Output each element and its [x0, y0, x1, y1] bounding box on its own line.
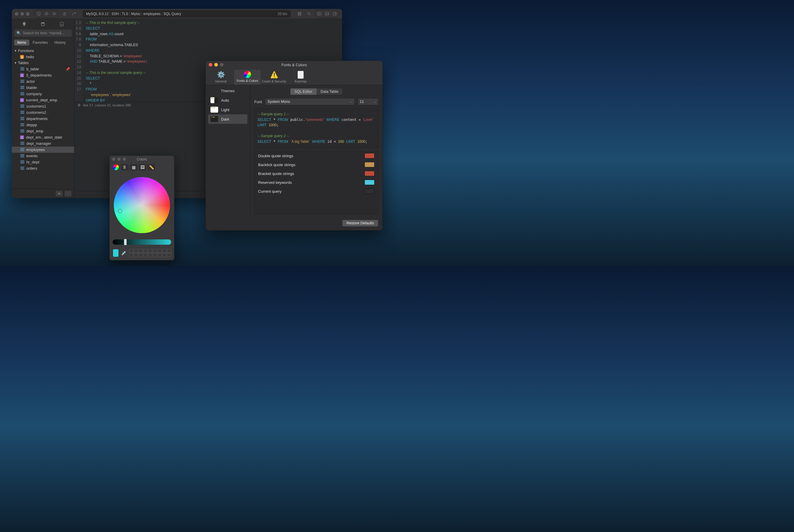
sidebar-item-table[interactable]: company	[12, 91, 74, 97]
zoom-dot[interactable]	[220, 63, 224, 66]
sidebar-item-table[interactable]: ◫3_departments	[12, 72, 74, 78]
color-swatch[interactable]	[364, 162, 375, 167]
lock-icon[interactable]	[61, 11, 68, 17]
pencils-mode-icon[interactable]: ✏️	[148, 164, 155, 171]
svg-point-2	[46, 13, 47, 15]
minimize-dot[interactable]	[214, 63, 218, 66]
gear-icon[interactable]: ⚙	[77, 103, 81, 107]
tables-header[interactable]: ▼Tables	[12, 60, 74, 66]
sql-file-icon[interactable]: SQL	[58, 21, 66, 27]
color-wheel-handle[interactable]	[118, 209, 122, 213]
sidebar-item-table[interactable]: deppp	[12, 122, 74, 128]
eyedropper-icon[interactable]: 💉	[121, 250, 127, 256]
tab-crash-security[interactable]: ⚠️Crash & Security	[261, 70, 287, 85]
color-setting-row[interactable]: Backtick quote strings	[254, 160, 378, 169]
color-setting-row[interactable]: Double quote strings	[254, 151, 378, 160]
svg-point-11	[307, 13, 310, 15]
image-mode-icon[interactable]: 🖼	[139, 164, 146, 171]
tab-items[interactable]: Items	[14, 40, 29, 45]
panel-bottom-icon[interactable]	[323, 11, 330, 17]
code-lines[interactable]: -- This is the first sample query -- SEL…	[83, 19, 147, 102]
sidebar-item-table[interactable]: dept_emp	[12, 128, 74, 134]
sidebar-item-table[interactable]: ◫current_dept_emp	[12, 97, 74, 103]
more-button[interactable]: ﹀	[64, 190, 72, 197]
refresh-icon[interactable]	[70, 11, 77, 17]
color-swatch[interactable]	[364, 153, 375, 158]
database-icon[interactable]	[39, 21, 47, 27]
color-wheel[interactable]	[114, 177, 170, 233]
list-icon[interactable]	[51, 11, 58, 17]
eye-icon[interactable]	[43, 11, 50, 17]
zoom-dot[interactable]	[26, 12, 30, 16]
tab-fonts-colors[interactable]: Fonts & Colors	[234, 70, 261, 85]
tab-history[interactable]: History	[52, 40, 69, 45]
sidebar-item-table[interactable]: b_table📌	[12, 66, 74, 72]
table-icon	[20, 167, 24, 170]
grid-icon[interactable]	[296, 11, 303, 17]
tab-keymap[interactable]: Keymap	[287, 70, 314, 85]
sidebar-item-table[interactable]: customers2	[12, 109, 74, 116]
color-setting-row[interactable]: Reserved keywords	[254, 178, 378, 187]
view-icon: ◫	[20, 98, 24, 102]
color-wheel-icon	[244, 71, 251, 78]
sliders-mode-icon[interactable]: 🎚	[121, 164, 129, 171]
sidebar-item-table[interactable]: hr_dept	[12, 159, 74, 165]
zoom-dot[interactable]	[123, 157, 126, 161]
wheel-mode-icon[interactable]	[113, 164, 119, 170]
syntax-color-list[interactable]: Double quote stringsBacktick quote strin…	[254, 151, 378, 214]
sidebar-item-table[interactable]: departments	[12, 116, 74, 122]
font-size-stepper[interactable]: 11⌄	[358, 98, 378, 105]
color-wheel-area	[110, 172, 174, 238]
color-swatch[interactable]	[364, 171, 375, 176]
add-button[interactable]: ＋	[55, 190, 63, 197]
preferences-title: Fonts & Colors	[281, 63, 307, 67]
color-swatch[interactable]	[364, 189, 375, 194]
stop-icon[interactable]	[35, 11, 42, 17]
sidebar-tree[interactable]: ▼Functions {}hello ▼Tables b_table📌◫3_de…	[12, 47, 74, 189]
theme-option[interactable]: Light	[208, 105, 247, 114]
connection-status-field[interactable]: MySQL 8.0.12 : SSH : TLS : Myloc : emplo…	[83, 10, 290, 17]
segment-sql-editor[interactable]: SQL Editor	[290, 88, 317, 95]
color-setting-row[interactable]: Bracket quote strings	[254, 169, 378, 178]
svg-line-12	[309, 14, 310, 15]
functions-header[interactable]: ▼Functions	[12, 48, 74, 54]
minimize-dot[interactable]	[117, 157, 120, 161]
sidebar-item-table[interactable]: customers1	[12, 103, 74, 109]
palette-mode-icon[interactable]: ▦	[130, 164, 137, 171]
restore-defaults-button[interactable]: Restore Defaults	[342, 220, 378, 227]
brightness-slider[interactable]	[113, 240, 171, 245]
font-row: Font System Mono⌄ 11⌄	[254, 98, 378, 105]
current-color-swatch[interactable]	[113, 249, 119, 257]
panel-right-icon[interactable]	[331, 11, 338, 17]
sidebar-item-table[interactable]: ◫dept_em...atest_date	[12, 134, 74, 140]
brightness-knob[interactable]	[124, 239, 127, 245]
close-dot[interactable]	[112, 157, 115, 161]
theme-option[interactable]: Dark	[208, 114, 247, 124]
view-icon: ◫	[20, 73, 24, 77]
sidebar-item-table[interactable]: actor	[12, 78, 74, 84]
segment-data-table[interactable]: Data Table	[317, 88, 343, 95]
tab-general[interactable]: ⚙️General	[208, 70, 234, 85]
close-dot[interactable]	[15, 12, 18, 16]
sidebar-item-table[interactable]: dept_manager	[12, 140, 74, 147]
sidebar-item-table[interactable]: orders	[12, 165, 74, 171]
color-swatch[interactable]	[364, 180, 375, 185]
close-dot[interactable]	[209, 63, 212, 66]
search-icon[interactable]	[305, 11, 313, 17]
minimize-dot[interactable]	[20, 12, 24, 16]
theme-option[interactable]: Auto	[208, 95, 247, 105]
sidebar-item-table[interactable]: btable	[12, 84, 74, 91]
mini-swatch[interactable]	[129, 249, 133, 253]
themes-pane: Themes AutoLightDark	[206, 85, 250, 217]
sidebar-item-table[interactable]: events	[12, 153, 74, 159]
sidebar-item-function[interactable]: {}hello	[12, 54, 74, 60]
tab-favorites[interactable]: Favorites	[30, 40, 51, 45]
line-gutter: 1 2 3 4 5 6 7 8 9 10 11 12 13 14 15 16 1…	[75, 19, 83, 102]
font-select[interactable]: System Mono⌄	[265, 98, 355, 105]
sidebar-search-input[interactable]: 🔍 Search for item: ^name$...	[14, 30, 72, 37]
panel-left-icon[interactable]	[316, 11, 323, 17]
bulb-icon[interactable]	[20, 21, 29, 27]
color-setting-row[interactable]: Current query	[254, 187, 378, 196]
svg-line-1	[38, 13, 40, 15]
sidebar-item-table[interactable]: employees	[12, 147, 74, 153]
